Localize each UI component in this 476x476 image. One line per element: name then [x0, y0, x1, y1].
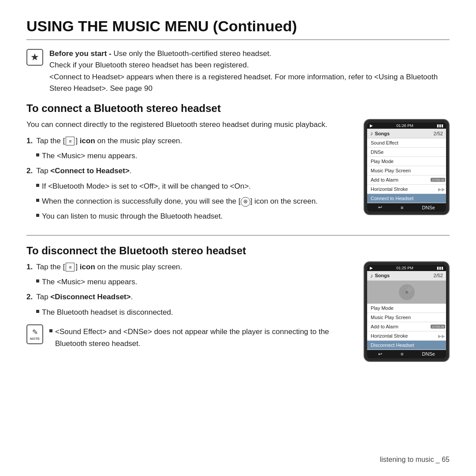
music-note-icon-2: ♪: [370, 272, 373, 279]
tip-text: Before you start - Use only the Bluetoot…: [49, 48, 450, 94]
phone-status-bar-2: ▶ 01:25 PM ▮▮▮: [367, 265, 446, 271]
step1-2-bullet2: When the connection is successfully done…: [36, 196, 350, 207]
footer: listening to music _ 65: [380, 456, 450, 464]
play-icon-1: ▶: [370, 123, 373, 128]
phone2-count: 2/52: [434, 273, 443, 278]
forward-icon-2: ▶▶: [438, 333, 445, 338]
section1-text: You can connect directly to the register…: [26, 119, 350, 226]
section2-text: 1. Tap the [≡] icon on the music play sc…: [26, 261, 350, 354]
step1-2-bullet1: If <Bluetooth Mode> is set to <Off>, it …: [36, 181, 350, 192]
music-note-icon-1: ♪: [370, 130, 373, 137]
album-art-area: [367, 281, 446, 304]
page-title: USING THE MUSIC MENU (Continued): [26, 18, 450, 40]
dnse-btn-2: DNSe: [422, 351, 435, 357]
section2-title: To disconnect the Bluetooth stereo heads…: [26, 245, 450, 257]
note-bullet1: <Sound Effect> and <DNSe> does not appea…: [49, 326, 350, 350]
note-icon: ✎ NOTE: [26, 324, 43, 344]
menu-item-sound-effect: Sound Effect: [367, 138, 446, 148]
tip-box: ★ Before you start - Use only the Blueto…: [26, 48, 450, 94]
back-btn-1: ↩: [378, 205, 382, 210]
page-container: USING THE MUSIC MENU (Continued) ★ Befor…: [0, 0, 476, 384]
svg-point-3: [405, 291, 408, 294]
menu-btn-2: ≡: [401, 351, 403, 357]
step1-2-bullet3: You can listen to music through the Blue…: [36, 211, 350, 222]
bluetooth-connected-icon: ⊛: [241, 197, 250, 207]
step1-2-bullets: If <Bluetooth Mode> is set to <Off>, it …: [36, 181, 350, 223]
section1-steps: 1. Tap the [≡] icon on the music play sc…: [26, 135, 350, 223]
menu-item-add-to-alarm-2: Add to Alarm :07/05:09: [367, 322, 446, 331]
side-time-2: :07/05:09: [431, 324, 445, 328]
section1: To connect a Bluetooth stereo headset Yo…: [26, 102, 450, 226]
step2-1-bullets: The <Music> menu appears.: [36, 276, 350, 288]
step2-2-bullets: The Bluetooth headset is disconnected.: [36, 307, 350, 318]
menu-item-dnse: DNSe: [367, 148, 446, 157]
section1-content-row: You can connect directly to the register…: [26, 119, 450, 226]
battery-icon-1: ▮▮▮: [437, 123, 443, 128]
step2-2: 2. Tap <Disconnect Headset>.: [26, 291, 350, 303]
note-text2: <Sound Effect> and <DNSe> does not appea…: [49, 324, 350, 351]
status-time-1: 01:26 PM: [396, 123, 413, 128]
back-btn-2: ↩: [378, 351, 382, 357]
section2-steps: 1. Tap the [≡] icon on the music play sc…: [26, 261, 350, 318]
menu-item-horizontal-stroke-2: Horizontal Stroke ▶▶: [367, 331, 446, 341]
dnse-btn-1: DNSe: [422, 205, 435, 210]
phone2-songs-label: Songs: [375, 273, 390, 278]
phone-mockup-2: ▶ 01:25 PM ▮▮▮ ♪ Songs 2/52: [364, 261, 450, 362]
menu-item-connect-headset: Connect to Headset: [367, 194, 446, 203]
menu-item-music-play-screen-2: Music Play Screen: [367, 313, 446, 322]
play-icon-2: ▶: [370, 266, 373, 270]
phone-body-area-2: Play Mode Music Play Screen Add to Alarm…: [367, 281, 446, 350]
step1-2: 2. Tap <Connect to Headset>.: [26, 165, 350, 177]
menu-btn-1: ≡: [401, 205, 403, 210]
forward-icon-1: ▶▶: [438, 187, 445, 192]
step2-1: 1. Tap the [≡] icon on the music play sc…: [26, 261, 350, 273]
step2-2-bullet1: The Bluetooth headset is disconnected.: [36, 307, 350, 318]
step1-1: 1. Tap the [≡] icon on the music play sc…: [26, 135, 350, 147]
phone1-songs-label: Songs: [375, 131, 390, 136]
menu-icon: ≡: [66, 137, 74, 145]
menu-item-play-mode-2: Play Mode: [367, 304, 446, 313]
section1-title: To connect a Bluetooth stereo headset: [26, 102, 450, 115]
phone-mockup-1: ▶ 01:26 PM ▮▮▮ ♪ Songs 2/52 Sound Effect…: [364, 119, 450, 215]
phone-title-bar-2: ♪ Songs 2/52: [367, 271, 446, 281]
menu-item-play-mode: Play Mode: [367, 157, 446, 166]
phone-body-area-1: Sound Effect DNSe Play Mode Music Play S…: [367, 138, 446, 203]
step2-1-bullet1: The <Music> menu appears.: [36, 276, 350, 288]
section1-intro: You can connect directly to the register…: [26, 119, 350, 130]
step1-1-bullet1: The <Music> menu appears.: [36, 150, 350, 162]
section2-content-row: 1. Tap the [≡] icon on the music play sc…: [26, 261, 450, 362]
phone-bottom-bar-2: ↩ ≡ DNSe: [367, 350, 446, 358]
menu-icon-2: ≡: [66, 263, 74, 271]
status-time-2: 01:25 PM: [396, 266, 413, 270]
note-bullets: <Sound Effect> and <DNSe> does not appea…: [49, 326, 350, 350]
note-label: NOTE: [30, 337, 40, 341]
phone-bottom-bar-1: ↩ ≡ DNSe: [367, 203, 446, 212]
menu-item-add-to-alarm: Add to Alarm :07/05:09: [367, 175, 446, 185]
note-box2: ✎ NOTE <Sound Effect> and <DNSe> does no…: [26, 324, 350, 351]
menu-item-horizontal-stroke: Horizontal Stroke ▶▶: [367, 185, 446, 194]
battery-icon-2: ▮▮▮: [437, 266, 443, 270]
star-icon: ★: [26, 49, 43, 66]
side-time-1: :07/05:09: [431, 178, 445, 182]
phone-screen-1: ▶ 01:26 PM ▮▮▮ ♪ Songs 2/52 Sound Effect…: [367, 123, 446, 212]
step1-1-bullets: The <Music> menu appears.: [36, 150, 350, 162]
phone-status-bar-1: ▶ 01:26 PM ▮▮▮: [367, 123, 446, 129]
phone-screen-2: ▶ 01:25 PM ▮▮▮ ♪ Songs 2/52: [367, 265, 446, 358]
section2: To disconnect the Bluetooth stereo heads…: [26, 235, 450, 362]
menu-item-music-play-screen: Music Play Screen: [367, 166, 446, 175]
menu-item-disconnect-headset: Disconnect Headset: [367, 341, 446, 350]
phone1-count: 2/52: [434, 131, 443, 136]
phone-title-bar-1: ♪ Songs 2/52: [367, 129, 446, 138]
album-art-icon: [398, 283, 416, 301]
